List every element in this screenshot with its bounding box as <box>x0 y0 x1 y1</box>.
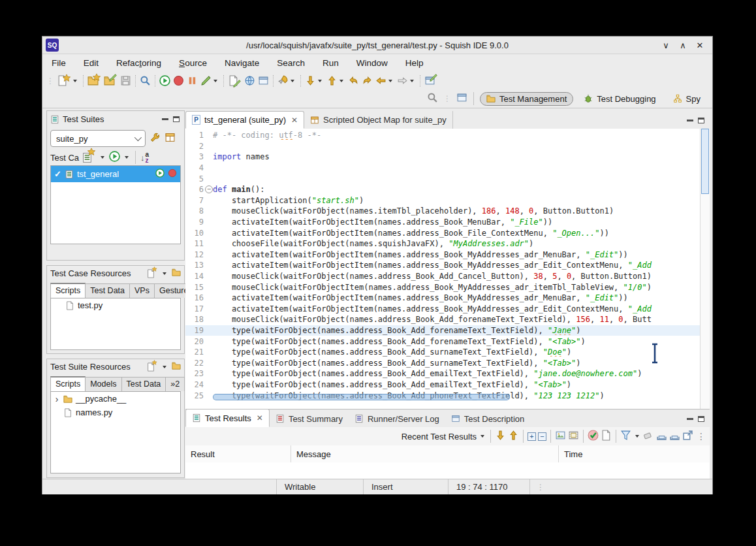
run-dropdown-icon[interactable] <box>125 156 129 159</box>
maximize-icon[interactable] <box>173 116 180 122</box>
test-case-row-tst-general[interactable]: ✓ tst_general <box>51 166 180 182</box>
code-line-3[interactable]: 3import names <box>185 152 701 163</box>
new-resource-dropdown-icon[interactable] <box>163 366 166 368</box>
new-resource-button[interactable] <box>146 362 157 372</box>
next-failure-button[interactable] <box>495 430 506 443</box>
tab-runner-server-log[interactable]: Runner/Server Log <box>349 410 445 427</box>
edit-object-map-button[interactable] <box>227 74 243 88</box>
code-line-17[interactable]: 17 activateItem(waitForObjectItem(names.… <box>185 304 701 315</box>
previous-failure-button[interactable] <box>508 430 519 443</box>
editor-tab-tst-general[interactable]: P tst_general (suite_py) ✕ <box>185 111 304 129</box>
code-line-8[interactable]: 8 mouseClick(waitForObject(names.itemTbl… <box>185 206 701 217</box>
search-icon[interactable] <box>427 92 438 106</box>
tab-overflow[interactable]: »2 <box>165 377 185 391</box>
next-annotation-dropdown-icon[interactable] <box>318 80 322 82</box>
menu-item-navigate[interactable]: Navigate <box>225 58 259 68</box>
tab-test-data[interactable]: Test Data <box>121 377 166 391</box>
file-row-test-py[interactable]: test.py <box>51 298 180 312</box>
menu-item-window[interactable]: Window <box>356 58 388 68</box>
vertical-scrollbar-thumb[interactable] <box>701 129 709 194</box>
code-editor[interactable]: 1# -*- coding: utf-8 -*-23import names45… <box>185 129 710 409</box>
new-report-button[interactable] <box>601 430 612 443</box>
results-table-body[interactable] <box>185 462 710 479</box>
menu-item-source[interactable]: Source <box>179 58 207 68</box>
expand-all-icon[interactable]: + <box>528 432 536 441</box>
object-map-button[interactable] <box>165 132 176 146</box>
window-shade-button[interactable]: ∨ <box>659 39 673 52</box>
code-line-7[interactable]: 7 startApplication("start.sh") <box>185 195 701 206</box>
code-line-13[interactable]: 13 activateItem(waitForObjectItem(names.… <box>185 260 701 271</box>
tab-test-summary[interactable]: Test Summary <box>270 410 349 427</box>
launch-dropdown-icon[interactable] <box>291 80 294 82</box>
new-folder-button[interactable] <box>172 361 181 372</box>
run-test-button[interactable] <box>158 74 172 88</box>
new-test-suite-button[interactable] <box>86 74 102 88</box>
export-results-button[interactable] <box>656 430 667 443</box>
previous-annotation-button[interactable] <box>325 74 347 88</box>
new-resource-button[interactable] <box>146 269 157 278</box>
code-line-5[interactable]: 5 <box>185 173 701 184</box>
code-line-2[interactable]: 2 <box>185 141 701 152</box>
perspective-test-debugging[interactable]: Test Debugging <box>577 92 662 106</box>
show-image-button[interactable] <box>555 430 566 443</box>
code-line-6[interactable]: 6−def main(): <box>185 184 701 195</box>
pick-object-button[interactable] <box>138 74 152 88</box>
column-result[interactable]: Result <box>185 445 291 462</box>
toolbar-drag-handle[interactable]: ⋮ <box>46 76 54 86</box>
open-perspective-button[interactable] <box>456 92 467 106</box>
window-maximize-button[interactable]: ∧ <box>676 39 690 52</box>
next-annotation-button[interactable] <box>304 74 325 88</box>
last-edit-location-button[interactable] <box>347 74 360 88</box>
code-line-24[interactable]: 24 type(waitForObject(names.address_Book… <box>185 379 701 391</box>
tab-vps[interactable]: VPs <box>129 283 155 298</box>
fold-marker-icon[interactable]: − <box>205 185 213 193</box>
code-line-11[interactable]: 11 chooseFile(waitForObject(names.squish… <box>185 238 701 249</box>
sort-az-icon[interactable]: ↓az <box>140 152 149 163</box>
recent-results-dropdown-icon[interactable] <box>480 435 484 438</box>
verify-results-button[interactable] <box>588 430 599 443</box>
code-line-14[interactable]: 14 mouseClick(waitForObject(names.addres… <box>185 271 701 282</box>
menu-item-run[interactable]: Run <box>323 58 339 68</box>
minimize-icon[interactable] <box>687 120 693 121</box>
file-row-names-py[interactable]: names.py <box>51 406 180 419</box>
run-test-case-button[interactable] <box>155 169 165 180</box>
maximize-icon[interactable] <box>698 416 704 422</box>
tab-scripts[interactable]: Scripts <box>50 376 86 391</box>
menu-item-file[interactable]: File <box>52 58 66 68</box>
suite-settings-button[interactable] <box>150 132 161 146</box>
tab-test-description[interactable]: Test Description <box>445 410 530 427</box>
record-dropdown-icon[interactable] <box>213 80 217 82</box>
view-menu-icon[interactable]: ⋮ <box>697 431 706 442</box>
code-line-18[interactable]: 18 mouseClick(waitForObject(names.addres… <box>185 314 701 325</box>
title-bar[interactable]: SQ /usr/local/squish/javafx/suite_py/tst… <box>42 37 712 54</box>
minimize-icon[interactable] <box>162 118 168 120</box>
perspective-test-management[interactable]: Test Management <box>480 92 573 106</box>
new-button[interactable] <box>55 74 80 88</box>
open-squish-center-button[interactable] <box>423 74 439 88</box>
record-snippet-button[interactable] <box>199 74 221 88</box>
editor-tab-object-map[interactable]: Scripted Object Map for suite_py <box>304 111 453 129</box>
new-folder-button[interactable] <box>172 268 181 279</box>
code-line-20[interactable]: 20 type(waitForObject(names.address_Book… <box>185 336 701 347</box>
run-test-suite-button[interactable] <box>109 151 120 164</box>
code-line-23[interactable]: 23 type(waitForObject(names.address_Book… <box>185 368 701 379</box>
save-button[interactable] <box>119 74 133 88</box>
show-video-button[interactable] <box>568 430 579 443</box>
vertical-scrollbar[interactable] <box>700 129 710 409</box>
code-line-16[interactable]: 16 activateItem(waitForObjectItem(names.… <box>185 293 701 304</box>
new-dropdown-icon[interactable] <box>73 80 77 82</box>
expand-chevron-icon[interactable]: › <box>54 396 60 402</box>
menu-item-search[interactable]: Search <box>277 58 305 68</box>
minimize-icon[interactable] <box>687 418 693 420</box>
recent-results-selector[interactable]: Recent Test Results <box>402 432 477 442</box>
code-line-9[interactable]: 9 activateItem(waitForObjectItem(names.a… <box>185 217 701 228</box>
tab-scripts[interactable]: Scripts <box>50 283 86 298</box>
code-line-22[interactable]: 22 type(waitForObject(names.address_Book… <box>185 357 701 368</box>
record-test-case-button[interactable] <box>168 169 177 180</box>
tab-models[interactable]: Models <box>85 377 121 391</box>
menu-item-edit[interactable]: Edit <box>84 58 99 68</box>
code-line-1[interactable]: 1# -*- coding: utf-8 -*- <box>185 130 701 141</box>
code-line-15[interactable]: 15 mouseClick(waitForObjectItem(names.ad… <box>185 281 701 293</box>
maximize-icon[interactable] <box>698 118 704 123</box>
close-tab-icon[interactable]: ✕ <box>257 413 263 423</box>
